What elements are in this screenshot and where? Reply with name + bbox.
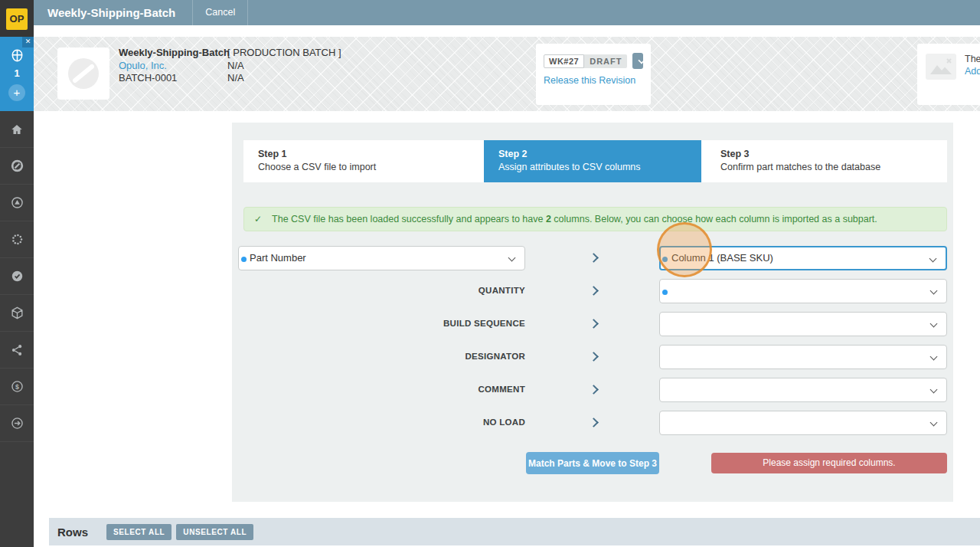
top-bar: Weekly-Shipping-Batch Cancel [34,0,980,25]
revision-badge: WK#27 [544,54,584,68]
field-na-1: N/A [227,60,341,73]
dollar-circle-icon: $ [10,379,24,394]
part-type-label: [ PRODUCTION BATCH ] [227,47,341,60]
step-3: Step 3 Confirm part matches to the datab… [701,140,947,182]
field-na-2: N/A [227,72,341,85]
column-select-part-number[interactable]: Column 1 (BASE SKU) [659,246,947,270]
add-image-link[interactable]: Add [965,66,980,77]
attribute-select-part-number[interactable]: Part Number [238,246,525,270]
close-icon[interactable]: ✕ [22,37,34,47]
home-icon [10,123,24,136]
chevron-down-icon [639,57,645,64]
svg-text:$: $ [15,383,19,391]
sidebar-item-parts[interactable] [0,221,34,258]
step-1: Step 1 Choose a CSV file to import [243,140,484,182]
cube-icon [10,306,24,320]
sidebar-item-opulo[interactable] [0,148,34,185]
arrow-right-icon [589,319,599,329]
rows-section-header: Rows SELECT ALL UNSELECT ALL [49,518,980,545]
error-banner: Please assign required columns. [711,453,947,473]
batch-mask-icon [10,48,24,66]
mapping-row-quantity: QUANTITY [232,279,953,303]
certified-badge-icon [10,269,24,283]
sidebar-item-quality[interactable] [0,258,34,295]
sidebar-item-active-batch[interactable]: ✕ 1 + [0,37,34,111]
opulo-logo-icon [10,159,24,173]
rows-title: Rows [57,526,88,539]
images-card: There Add [917,44,980,105]
arrow-right-icon [589,253,599,263]
opulo-app-logo[interactable]: OP [6,8,28,30]
company-link[interactable]: Opulo, Inc. [119,60,167,71]
column-select-designator[interactable] [659,345,947,369]
app-window: Weekly-Shipping-Batch Cancel OP ✕ 1 + [0,0,980,547]
csv-import-panel: Step 1 Choose a CSV file to import Step … [232,123,953,502]
share-icon [10,343,24,357]
placeholder-logo-icon [67,57,100,90]
mapping-row-part-number: Part Number Column 1 (BASE SKU) [232,246,953,270]
chevron-down-icon [930,287,938,295]
column-select-no-load[interactable] [659,411,947,435]
chevron-down-icon [930,419,938,427]
revision-card: WK#27 DRAFT Release this Revision [536,44,651,105]
mapping-row-comment: COMMENT [232,378,953,402]
sidebar-item-logout[interactable] [0,405,34,442]
column-select-comment[interactable] [659,378,947,402]
image-placeholder-icon [925,53,957,80]
sidebar-item-inventory[interactable] [0,295,34,332]
column-select-quantity[interactable] [659,279,947,303]
required-dot [662,257,668,262]
check-icon: ✓ [254,214,262,224]
sidebar-count-badge: 1 [0,67,34,79]
play-circle-icon [10,195,24,210]
part-thumbnail [57,47,109,100]
status-badge: DRAFT [584,54,627,68]
dots-circle-icon [10,232,24,247]
page-title: Weekly-Shipping-Batch [34,6,192,19]
arrow-right-circle-icon [10,416,24,431]
add-button[interactable]: + [8,84,25,101]
required-dot [241,257,247,262]
arrow-right-icon [589,286,599,296]
logo-block: OP [0,0,34,37]
sidebar-item-pricing[interactable]: $ [0,368,34,405]
arrow-right-icon [589,385,599,395]
step-indicator: Step 1 Choose a CSV file to import Step … [243,140,947,182]
chevron-down-icon [930,386,938,394]
release-revision-link[interactable]: Release this Revision [544,75,643,86]
part-name: Weekly-Shipping-Batch [119,47,230,60]
step-2-active: Step 2 Assign attributes to CSV columns [484,140,701,182]
mapping-row-designator: DESIGNATOR [232,345,953,369]
select-all-button[interactable]: SELECT ALL [106,524,172,540]
sidebar: ✕ 1 + $ [0,37,34,547]
sidebar-item-home[interactable] [0,111,34,148]
match-parts-button[interactable]: Match Parts & Move to Step 3 [526,452,659,474]
success-alert: ✓ The CSV file has been loaded successfu… [243,207,947,231]
sidebar-item-changes[interactable] [0,185,34,221]
part-header-strip: Weekly-Shipping-Batch Opulo, Inc. BATCH-… [34,37,980,111]
unselect-all-button[interactable]: UNSELECT ALL [176,524,253,540]
mapping-row-build-sequence: BUILD SEQUENCE [232,312,953,336]
arrow-right-icon [589,352,599,362]
arrow-right-icon [589,418,599,427]
chevron-down-icon [930,320,938,328]
column-select-build-sequence[interactable] [659,312,947,336]
revision-dropdown-button[interactable] [632,53,643,69]
mapping-row-no-load: NO LOAD [232,411,953,435]
chevron-down-icon [930,353,938,361]
images-text-partial: There [965,53,980,65]
required-dot [662,290,668,295]
part-number: BATCH-0001 [119,72,230,85]
cancel-button[interactable]: Cancel [192,0,248,25]
sidebar-item-share[interactable] [0,332,34,368]
